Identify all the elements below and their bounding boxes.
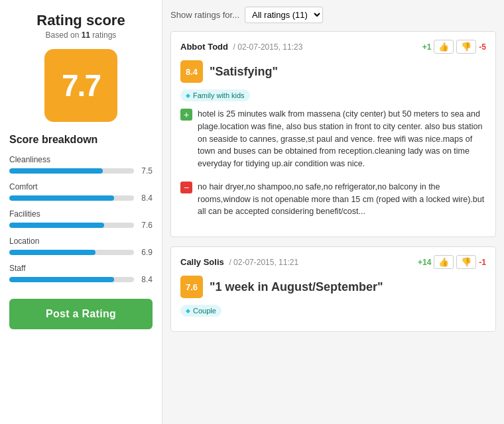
thumbs-down-button[interactable]: 👎 (456, 255, 476, 269)
review-title-row: 7.6 "1 week in August/September" (180, 276, 486, 298)
vote-plus: +1 (422, 42, 432, 52)
ratings-count: 11 (82, 30, 90, 40)
vote-plus: +14 (418, 258, 431, 267)
subtitle-suffix: ratings (90, 30, 116, 40)
breakdown-label: Staff (9, 264, 153, 273)
review-card-1: Cally Solis / 02-07-2015, 11:21 +14 👍 👎 … (170, 246, 496, 332)
bar-fill (9, 250, 95, 255)
post-rating-button[interactable]: Post a Rating (9, 299, 153, 329)
review-title: "Satisfying" (210, 65, 278, 79)
breakdown-title: Score breakdown (9, 134, 97, 146)
breakdown-bar-row: 8.4 (9, 275, 153, 284)
review-tag: Family with kids (180, 89, 250, 101)
bar-background (9, 168, 134, 174)
reviewer-info: Cally Solis / 02-07-2015, 11:21 (180, 257, 298, 267)
review-score: 8.4 (180, 60, 203, 83)
review-negative: − no hair dryer,no shampoo,no safe,no re… (180, 181, 486, 223)
vote-minus: -1 (479, 258, 486, 267)
thumbs-up-button[interactable]: 👍 (434, 255, 454, 269)
bar-score: 8.4 (138, 275, 153, 284)
reviewer-date: / 02-07-2015, 11:21 (229, 258, 298, 267)
breakdown-bar-row: 7.6 (9, 221, 153, 230)
review-score: 7.6 (180, 276, 203, 298)
thumbs-up-button[interactable]: 👍 (434, 40, 454, 54)
review-title-row: 8.4 "Satisfying" (180, 60, 486, 83)
reviewer-date: / 02-07-2015, 11:23 (233, 42, 303, 52)
main-content: Show ratings for... All ratings (11)Posi… (162, 0, 504, 424)
rating-subtitle: Based on 11 ratings (46, 30, 117, 40)
bar-score: 7.5 (138, 166, 153, 176)
review-card-0: Abbot Todd / 02-07-2015, 11:23 +1 👍 👎 -5… (170, 31, 496, 237)
breakdown-bar-row: 7.5 (9, 166, 153, 176)
bar-background (9, 223, 134, 228)
filter-label: Show ratings for... (170, 10, 239, 20)
reviews-list: Abbot Todd / 02-07-2015, 11:23 +1 👍 👎 -5… (170, 31, 496, 332)
breakdown-item-location: Location 6.9 (9, 237, 153, 257)
bar-score: 6.9 (138, 248, 153, 257)
filter-select[interactable]: All ratings (11)PositiveNegative (245, 7, 323, 23)
subtitle-prefix: Based on (46, 30, 82, 40)
breakdown-item-facilities: Facilities 7.6 (9, 209, 153, 230)
bar-fill (9, 168, 103, 174)
reviewer-name: Abbot Todd (180, 42, 228, 52)
reviewer-name: Cally Solis (180, 257, 224, 267)
thumbs-down-button[interactable]: 👎 (456, 40, 476, 54)
breakdown-label: Comfort (9, 182, 153, 191)
breakdown-label: Location (9, 237, 153, 246)
review-negative-text: no hair dryer,no shampoo,no safe,no refr… (198, 181, 486, 218)
bar-score: 8.4 (138, 193, 153, 203)
review-title: "1 week in August/September" (210, 280, 383, 294)
bar-background (9, 277, 134, 282)
vote-controls: +14 👍 👎 -1 (418, 255, 486, 269)
negative-icon: − (180, 182, 192, 193)
review-header: Abbot Todd / 02-07-2015, 11:23 +1 👍 👎 -5 (180, 40, 486, 54)
sidebar: Rating score Based on 11 ratings 7.7 Sco… (0, 0, 162, 424)
positive-icon: + (180, 109, 192, 121)
bar-fill (9, 195, 114, 201)
filter-bar: Show ratings for... All ratings (11)Posi… (170, 7, 496, 23)
breakdown-label: Facilities (9, 209, 153, 219)
score-value: 7.7 (62, 68, 100, 103)
breakdown-label: Cleanliness (9, 155, 153, 164)
bar-score: 7.6 (138, 221, 153, 230)
vote-controls: +1 👍 👎 -5 (422, 40, 486, 54)
breakdown-list: Cleanliness 7.5 Comfort 8.4 Facilities 7… (9, 155, 153, 284)
filter-dropdown[interactable]: All ratings (11)PositiveNegative (245, 7, 323, 23)
breakdown-item-comfort: Comfort 8.4 (9, 182, 153, 203)
score-badge: 7.7 (44, 49, 117, 122)
bar-fill (9, 277, 114, 282)
review-positive: + hotel is 25 minutes walk from massena … (180, 108, 486, 176)
bar-background (9, 250, 134, 255)
review-tag: Couple (180, 305, 221, 317)
review-positive-text: hotel is 25 minutes walk from massena (c… (198, 108, 486, 170)
rating-title: Rating score (36, 12, 125, 29)
review-header: Cally Solis / 02-07-2015, 11:21 +14 👍 👎 … (180, 255, 486, 269)
breakdown-item-staff: Staff 8.4 (9, 264, 153, 284)
breakdown-bar-row: 8.4 (9, 193, 153, 203)
vote-minus: -5 (479, 42, 486, 52)
reviewer-info: Abbot Todd / 02-07-2015, 11:23 (180, 42, 302, 52)
bar-background (9, 195, 134, 201)
breakdown-item-cleanliness: Cleanliness 7.5 (9, 155, 153, 176)
breakdown-bar-row: 6.9 (9, 248, 153, 257)
bar-fill (9, 223, 104, 228)
